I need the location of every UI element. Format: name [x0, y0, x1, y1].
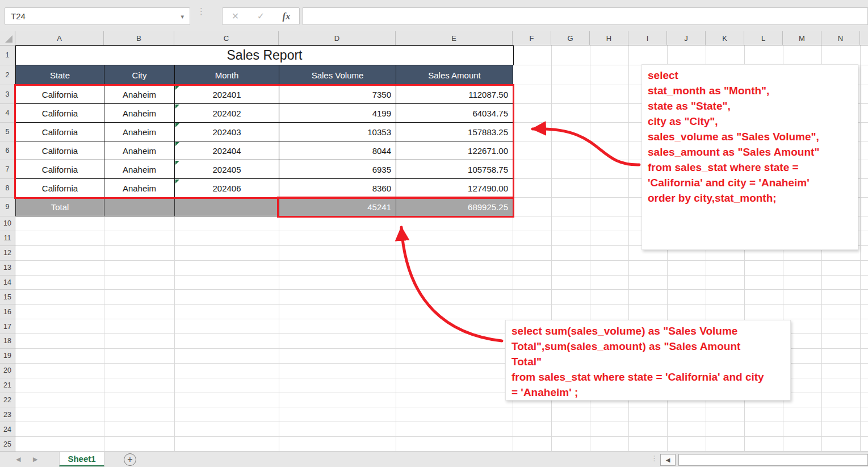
total-amount-cell[interactable]: 689925.25: [396, 198, 513, 216]
cell-state[interactable]: California: [16, 179, 104, 198]
row-header-22[interactable]: 22: [0, 393, 15, 408]
cell-amount[interactable]: 157883.25: [396, 123, 513, 141]
total-empty-cell[interactable]: [175, 198, 279, 216]
column-header-f[interactable]: F: [513, 31, 551, 45]
cell-volume[interactable]: 7350: [279, 85, 396, 104]
cell-month[interactable]: 202401: [175, 85, 279, 104]
row-header-4[interactable]: 4: [0, 104, 15, 123]
formula-input[interactable]: [303, 7, 868, 25]
row-header-23[interactable]: 23: [0, 407, 15, 422]
cell-city[interactable]: Anaheim: [104, 179, 175, 198]
sql-line: = 'Anaheim' ;: [511, 385, 786, 400]
row-header-8[interactable]: 8: [0, 179, 15, 198]
row-header-19[interactable]: 19: [0, 349, 15, 364]
cell-amount[interactable]: 64034.75: [396, 104, 513, 123]
cell-state[interactable]: California: [16, 160, 104, 179]
tabbar-drag-handle-icon[interactable]: ⋮: [651, 454, 658, 462]
grid-row: [15, 290, 868, 305]
add-sheet-button[interactable]: +: [124, 453, 136, 466]
header-cell-month[interactable]: Month: [175, 65, 279, 85]
column-header-m[interactable]: M: [783, 31, 821, 45]
header-cell-city[interactable]: City: [104, 65, 175, 85]
chevron-down-icon[interactable]: ▾: [181, 13, 184, 20]
prev-sheet-icon[interactable]: ◀: [16, 456, 20, 463]
row-header-10[interactable]: 10: [0, 216, 15, 231]
row-header-3[interactable]: 3: [0, 85, 15, 104]
cell-city[interactable]: Anaheim: [104, 123, 175, 141]
hscroll-thumb[interactable]: [678, 454, 868, 466]
row-header-16[interactable]: 16: [0, 305, 15, 319]
cancel-icon[interactable]: ✕: [223, 11, 248, 22]
column-header-j[interactable]: J: [667, 31, 706, 45]
cell-volume[interactable]: 6935: [279, 160, 396, 179]
row-header-1[interactable]: 1: [0, 45, 15, 65]
row-header-17[interactable]: 17: [0, 319, 15, 334]
column-header-b[interactable]: B: [104, 31, 174, 45]
total-empty-cell[interactable]: [104, 198, 175, 216]
row-header-18[interactable]: 18: [0, 334, 15, 349]
column-header-e[interactable]: E: [396, 31, 513, 45]
cell-state[interactable]: California: [16, 123, 104, 141]
row-header-25[interactable]: 25: [0, 437, 15, 452]
grid-row: [15, 407, 868, 422]
row-header-9[interactable]: 9: [0, 198, 15, 216]
column-header-d[interactable]: D: [279, 31, 396, 45]
cell-volume[interactable]: 4199: [279, 104, 396, 123]
row-header-11[interactable]: 11: [0, 231, 15, 246]
total-volume-cell[interactable]: 45241: [279, 198, 396, 216]
column-header-l[interactable]: L: [744, 31, 783, 45]
cell-month[interactable]: 202402: [175, 104, 279, 123]
row-header-14[interactable]: 14: [0, 276, 15, 290]
table-row: California Anaheim 202401 7350 112087.50: [15, 85, 514, 104]
cell-city[interactable]: Anaheim: [104, 85, 175, 104]
tab-sheet1[interactable]: Sheet1: [59, 452, 104, 466]
cell-amount[interactable]: 127490.00: [396, 179, 513, 198]
row-header-12[interactable]: 12: [0, 246, 15, 261]
cell-amount[interactable]: 122671.00: [396, 141, 513, 160]
header-cell-sales-amount[interactable]: Sales Amount: [396, 65, 513, 85]
cell-volume[interactable]: 10353: [279, 123, 396, 141]
row-header-7[interactable]: 7: [0, 160, 15, 179]
row-header-15[interactable]: 15: [0, 290, 15, 305]
cell-month[interactable]: 202405: [175, 160, 279, 179]
next-sheet-icon[interactable]: ▶: [33, 456, 37, 463]
cell-state[interactable]: California: [16, 104, 104, 123]
cell-city[interactable]: Anaheim: [104, 160, 175, 179]
cell-month[interactable]: 202404: [175, 141, 279, 160]
name-box[interactable]: T24 ▾: [5, 7, 190, 25]
total-label-cell[interactable]: Total: [16, 198, 104, 216]
column-header-a[interactable]: A: [15, 31, 104, 45]
confirm-icon[interactable]: ✓: [248, 11, 274, 22]
cell-city[interactable]: Anaheim: [104, 141, 175, 160]
insert-function-icon[interactable]: fx: [274, 11, 299, 22]
cell-volume[interactable]: 8044: [279, 141, 396, 160]
table-title-cell[interactable]: Sales Report: [15, 45, 514, 65]
row-header-24[interactable]: 24: [0, 422, 15, 437]
cell-volume[interactable]: 8360: [279, 179, 396, 198]
row-header-2[interactable]: 2: [0, 65, 15, 85]
row-header-20[interactable]: 20: [0, 364, 15, 378]
cell-amount[interactable]: 105758.75: [396, 160, 513, 179]
header-cell-state[interactable]: State: [16, 65, 104, 85]
column-header-i[interactable]: I: [628, 31, 667, 45]
cell-state[interactable]: California: [16, 85, 104, 104]
drag-handle-icon[interactable]: ⋮: [197, 9, 203, 13]
cell-amount[interactable]: 112087.50: [396, 85, 513, 104]
header-cell-sales-volume[interactable]: Sales Volume: [279, 65, 396, 85]
column-header-h[interactable]: H: [590, 31, 628, 45]
cell-month[interactable]: 202403: [175, 123, 279, 141]
column-header-c[interactable]: C: [174, 31, 279, 45]
row-header-5[interactable]: 5: [0, 123, 15, 141]
row-header-13[interactable]: 13: [0, 261, 15, 276]
column-header-k[interactable]: K: [706, 31, 744, 45]
select-all-corner[interactable]: [0, 31, 15, 45]
cell-city[interactable]: Anaheim: [104, 104, 175, 123]
cell-month[interactable]: 202406: [175, 179, 279, 198]
hscroll-left-button[interactable]: ◀: [660, 454, 676, 466]
cell-state[interactable]: California: [16, 141, 104, 160]
cell-month-value: 202404: [212, 146, 241, 156]
column-header-g[interactable]: G: [551, 31, 590, 45]
row-header-21[interactable]: 21: [0, 378, 15, 393]
column-header-n[interactable]: N: [821, 31, 860, 45]
row-header-6[interactable]: 6: [0, 141, 15, 160]
